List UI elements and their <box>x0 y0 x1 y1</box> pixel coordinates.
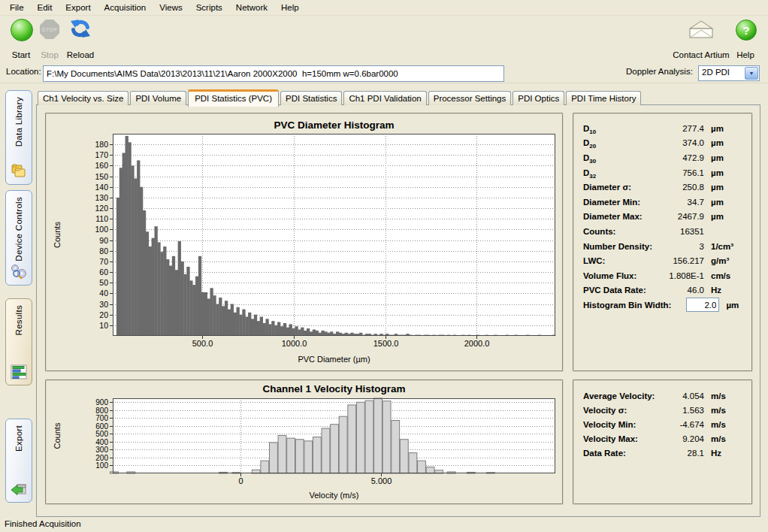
stop-button[interactable]: STOP Stop <box>35 16 64 59</box>
stat-label: Counts: <box>583 227 615 236</box>
velocity-statistics-panel: Average Velocity:4.054m/sVelocity σ:1.56… <box>573 379 753 505</box>
stat-unit: µm <box>704 153 745 162</box>
folders-icon <box>10 163 28 180</box>
svg-text:1500.0: 1500.0 <box>373 339 399 348</box>
stat-value: 374.0 <box>656 138 704 147</box>
svg-text:160: 160 <box>95 161 108 170</box>
contact-artium-label: Contact Artium <box>673 50 730 59</box>
stat-label: Average Velocity: <box>583 391 655 401</box>
tab-ch1-pdi-validation[interactable]: Ch1 PDI Validation <box>343 91 426 105</box>
svg-text:2000.0: 2000.0 <box>464 339 490 348</box>
stat-value: 156.217 <box>656 256 704 265</box>
stat-label: LWC: <box>583 256 605 265</box>
stat-row-histogram-bin-width: Histogram Bin Width:µm <box>574 298 751 313</box>
tab-pdi-time-history[interactable]: PDI Time History <box>566 91 641 105</box>
tab-ch1-velocity-vs-size[interactable]: Ch1 Velocity vs. Size <box>38 91 129 105</box>
stat-label: Histogram Bin Width: <box>583 301 671 310</box>
svg-text:90: 90 <box>99 236 108 245</box>
svg-text:1000.0: 1000.0 <box>282 339 307 348</box>
svg-text:70: 70 <box>99 257 108 266</box>
start-button[interactable]: Start <box>5 16 38 59</box>
stat-row-volume-flux: Volume Flux:1.808E-1cm/s <box>574 268 751 283</box>
stat-label: Diameter Max: <box>583 212 643 221</box>
aims-application-window: { "menu": {"items": ["File", "Edit", "Ex… <box>0 0 768 532</box>
help-button-label: Help <box>730 50 761 59</box>
tab-strip: Ch1 Velocity vs. SizePDI VolumePDI Stati… <box>38 87 643 105</box>
stat-row-pvc-data-rate: PVC Data Rate:46.0Hz <box>574 283 751 298</box>
svg-text:50: 50 <box>99 278 108 287</box>
contact-artium-button[interactable]: Contact Artium <box>673 16 730 59</box>
reload-button[interactable]: Reload <box>63 16 98 59</box>
location-input[interactable] <box>43 65 504 82</box>
menu-help[interactable]: Help <box>274 2 306 14</box>
stat-unit: µm <box>704 168 745 177</box>
menu-scripts[interactable]: Scripts <box>189 2 229 14</box>
histogram-bin-width-input[interactable] <box>686 298 719 312</box>
menu-file[interactable]: File <box>3 2 31 14</box>
menu-acquisition[interactable]: Acquisition <box>98 2 153 14</box>
stat-label: PVC Data Rate: <box>583 286 646 295</box>
stat-unit: µm <box>704 124 745 133</box>
stat-row-velocity: Velocity σ:1.563m/s <box>574 404 751 418</box>
svg-text:180: 180 <box>95 140 108 149</box>
velocity-histogram-panel: 10020030040050060070080090005.000Channel… <box>45 379 564 505</box>
svg-text:150: 150 <box>95 172 108 181</box>
stat-label: Velocity Min: <box>583 420 636 429</box>
tab-pdi-optics[interactable]: PDI Optics <box>513 91 564 105</box>
menu-network[interactable]: Network <box>229 2 274 14</box>
menu-views[interactable]: Views <box>153 2 189 14</box>
doppler-analysis-select[interactable]: 2D PDI ▼ <box>698 65 760 81</box>
stat-row-diameter-max: Diameter Max:2467.9µm <box>574 210 751 225</box>
menu-export[interactable]: Export <box>59 2 97 14</box>
menu-bar: FileEditExportAcquisitionViewsScriptsNet… <box>0 0 768 16</box>
svg-text:80: 80 <box>99 246 108 255</box>
stat-unit: Hz <box>704 286 745 295</box>
sidebar-item-results[interactable]: Results <box>5 298 32 385</box>
svg-text:Counts: Counts <box>53 422 62 449</box>
svg-text:800: 800 <box>95 407 108 415</box>
sidebar-item-export[interactable]: Export <box>5 419 32 503</box>
svg-text:5.000: 5.000 <box>371 476 392 485</box>
start-button-label: Start <box>5 50 38 59</box>
sidebar-item-data-library[interactable]: Data Library <box>5 90 32 185</box>
svg-text:30: 30 <box>99 300 108 309</box>
tab-pdi-volume[interactable]: PDI Volume <box>130 91 186 105</box>
svg-text:130: 130 <box>95 193 108 202</box>
tab-processor-settings[interactable]: Processor Settings <box>428 91 512 105</box>
stat-value: 472.9 <box>656 153 704 162</box>
svg-text:600: 600 <box>95 422 108 431</box>
menu-edit[interactable]: Edit <box>31 2 59 14</box>
sidebar-item-device-controls[interactable]: Device Controls <box>5 190 32 286</box>
stat-unit: m/s <box>704 391 745 401</box>
stat-row-velocity-min: Velocity Min:-4.674m/s <box>574 418 751 432</box>
location-bar: Location: Doppler Analysis: 2D PDI ▼ <box>0 63 768 83</box>
stat-label: Data Rate: <box>583 449 626 458</box>
tab-pdi-statistics-pvc[interactable]: PDI Statistics (PVC) <box>188 89 279 107</box>
stat-unit: µm <box>704 138 745 147</box>
stat-value <box>671 298 719 312</box>
doppler-analysis-label: Doppler Analysis: <box>626 67 693 76</box>
stat-row-data-rate: Data Rate:28.1Hz <box>574 446 751 461</box>
stat-value: 28.1 <box>656 449 704 458</box>
stop-icon: STOP <box>40 20 59 39</box>
diameter-statistics-panel: D10277.4µmD20374.0µmD30472.9µmD32756.1µm… <box>573 113 753 372</box>
stat-unit: m/s <box>704 406 745 415</box>
stat-label: Number Density: <box>583 242 652 251</box>
svg-text:60: 60 <box>99 268 108 277</box>
export-icon <box>10 481 28 497</box>
help-button[interactable]: ? Help <box>730 16 761 59</box>
svg-text:Channel 1 Velocity Histogram: Channel 1 Velocity Histogram <box>263 383 406 394</box>
stat-row-diameter-min: Diameter Min:34.7µm <box>574 195 751 210</box>
svg-text:Velocity (m/s): Velocity (m/s) <box>309 491 358 500</box>
stat-value: 46.0 <box>656 286 704 295</box>
tab-pdi-statistics[interactable]: PDI Statistics <box>280 91 342 105</box>
stat-value: 4.054 <box>656 391 704 401</box>
svg-text:100: 100 <box>95 461 108 470</box>
svg-text:500.0: 500.0 <box>192 339 213 348</box>
svg-text:Counts: Counts <box>53 222 62 248</box>
stat-label: D10 <box>583 124 596 133</box>
chevron-down-icon[interactable]: ▼ <box>745 67 758 80</box>
svg-text:100: 100 <box>95 225 108 234</box>
stat-label: Volume Flux: <box>583 271 636 280</box>
sidebar-item-label: Export <box>14 425 23 452</box>
